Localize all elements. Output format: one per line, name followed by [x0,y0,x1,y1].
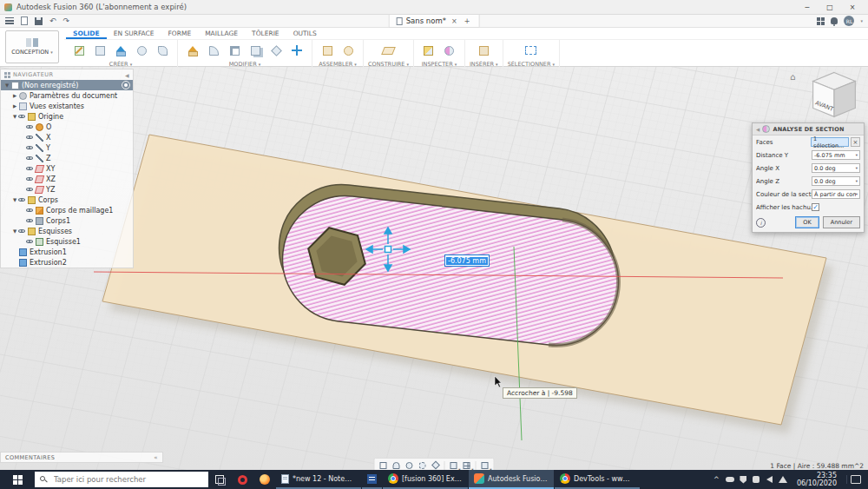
tray-teams-icon[interactable] [753,475,760,484]
split-button[interactable] [266,41,286,60]
collapse-dialog-icon[interactable]: ◀ [756,127,760,132]
section-analysis-button[interactable] [440,41,459,60]
visibility-eye-icon[interactable] [18,196,26,204]
search-input[interactable] [52,474,203,485]
ribbon-tab-forme[interactable]: FORME [161,28,199,39]
comments-panel[interactable]: COMMENTAIRES « [0,452,163,463]
active-document-radio[interactable] [122,81,130,89]
fillet-button[interactable] [204,41,223,60]
joint-button[interactable] [339,41,358,60]
start-button[interactable] [0,470,35,489]
taskbar-window-word[interactable] [362,470,382,489]
construction-plane-button[interactable] [378,41,398,60]
extrude-button[interactable] [111,41,130,60]
new-tab-button[interactable]: + [463,17,472,25]
display-settings-button[interactable]: ▾ [448,459,460,470]
minimize-button[interactable]: ─ [796,0,819,14]
tray-network-icon[interactable] [779,475,787,484]
tree-item-non-enregistre[interactable]: ▼(Non enregistré) [1,80,133,90]
primitive-box-button[interactable] [90,41,109,60]
grid-settings-button[interactable]: ▾ [461,459,473,470]
tree-item-o[interactable]: O [1,122,133,132]
file-menu-button[interactable] [5,16,14,26]
redo-button[interactable]: ↷ [63,16,70,26]
clear-selection-button[interactable]: × [851,137,860,147]
new-document-button[interactable] [21,16,28,26]
pinned-app-opera[interactable] [231,470,253,489]
home-view-icon[interactable]: ⌂ [790,72,795,82]
visibility-eye-icon[interactable] [26,186,34,194]
info-icon[interactable]: i [756,218,766,228]
undo-button[interactable]: ↶ [49,16,56,26]
zoom-button[interactable] [404,459,416,470]
hatch-checkbox[interactable]: ✓ [812,203,819,211]
orbit-button[interactable] [417,459,429,470]
visibility-eye-icon[interactable] [26,134,34,142]
tree-item-vues-existantes[interactable]: ▶Vues existantes [1,101,133,111]
expander-icon[interactable]: ▶ [11,93,18,98]
task-view-button[interactable] [208,470,231,489]
create-sketch-button[interactable] [69,41,89,60]
select-box-button[interactable] [522,41,541,60]
tree-item-y[interactable]: Y [1,142,133,153]
notifications-button[interactable] [831,16,838,26]
tree-item-x[interactable]: X [1,132,133,142]
ok-button[interactable]: OK [795,216,819,228]
fit-view-button[interactable] [378,459,390,470]
caret-down-icon[interactable]: ▾ [860,18,863,23]
save-button[interactable] [35,16,43,26]
measure-button[interactable] [419,41,438,60]
visibility-eye-icon[interactable] [18,113,26,121]
visibility-eye-icon[interactable] [26,238,34,246]
ribbon-tab-maillage[interactable]: MAILLAGE [198,28,245,39]
visibility-eye-icon[interactable] [26,144,34,152]
viewports-button[interactable]: ▾ [479,459,491,470]
visibility-eye-icon[interactable] [26,155,34,162]
look-at-button[interactable] [430,459,442,470]
view-cube-graphic[interactable]: AVANT [807,69,861,122]
tree-item-parametres-du-document[interactable]: ▶Paramètres du document [1,90,133,101]
expander-icon[interactable]: ▶ [11,103,18,109]
visibility-eye-icon[interactable] [26,123,34,131]
dialog-select[interactable]: À partir du compo...▾ [812,189,860,199]
visibility-eye-icon[interactable] [26,207,34,215]
action-center-button[interactable] [846,475,865,484]
shell-button[interactable] [225,41,244,60]
ribbon-tab-en-surface[interactable]: EN SURFACE [107,28,161,39]
new-component-button[interactable] [318,41,337,60]
taskbar-search[interactable] [35,472,208,487]
tree-item-corps[interactable]: ▼Corps [1,195,133,205]
workspace-selector[interactable]: CONCEPTION▾ [5,30,59,63]
tray-chevron-up-icon[interactable]: ^ [713,475,720,484]
tray-volume-icon[interactable] [766,475,773,484]
tree-item-corps-de-maillage1[interactable]: Corps de maillage1 [1,205,133,215]
tree-item-xz[interactable]: XZ [1,174,133,184]
visibility-eye-icon[interactable] [26,165,34,173]
avatar[interactable]: RL [844,16,854,26]
insert-mesh-button[interactable] [474,41,493,60]
tray-shield-icon[interactable] [740,475,747,484]
tree-item-xy[interactable]: XY [1,163,133,174]
extensions-button[interactable] [817,16,825,26]
ribbon-tab-tolerie[interactable]: TÔLERIE [245,28,286,39]
tree-item-z[interactable]: Z [1,153,133,163]
tray-cloud-icon[interactable] [726,475,734,484]
dialog-input[interactable]: 0.0 deg▾ [812,163,860,173]
taskbar-window-new-12-notepad[interactable]: *new 12 - Notepad [276,470,361,489]
tree-item-yz[interactable]: YZ [1,184,133,195]
expander-icon[interactable]: ▼ [11,114,18,119]
distance-value-input[interactable]: -6.075 mm [444,254,490,267]
dialog-input[interactable]: -6.075 mm▾ [812,150,860,160]
combine-button[interactable] [246,41,265,60]
pan-button[interactable] [391,459,403,470]
pinned-app-firefox[interactable] [253,470,276,489]
visibility-eye-icon[interactable] [26,175,34,183]
visibility-eye-icon[interactable] [18,228,26,235]
expander-icon[interactable]: ▼ [3,83,10,88]
maximize-button[interactable]: □ [819,0,841,14]
taskbar-window-fusion-360-extrud[interactable]: [fusion 360] Extrud... [383,470,468,489]
tree-item-extrusion2[interactable]: Extrusion2 [1,257,133,268]
revolve-button[interactable] [132,41,151,60]
sweep-button[interactable] [153,41,172,60]
dialog-input[interactable]: 0.0 deg▾ [812,176,860,186]
